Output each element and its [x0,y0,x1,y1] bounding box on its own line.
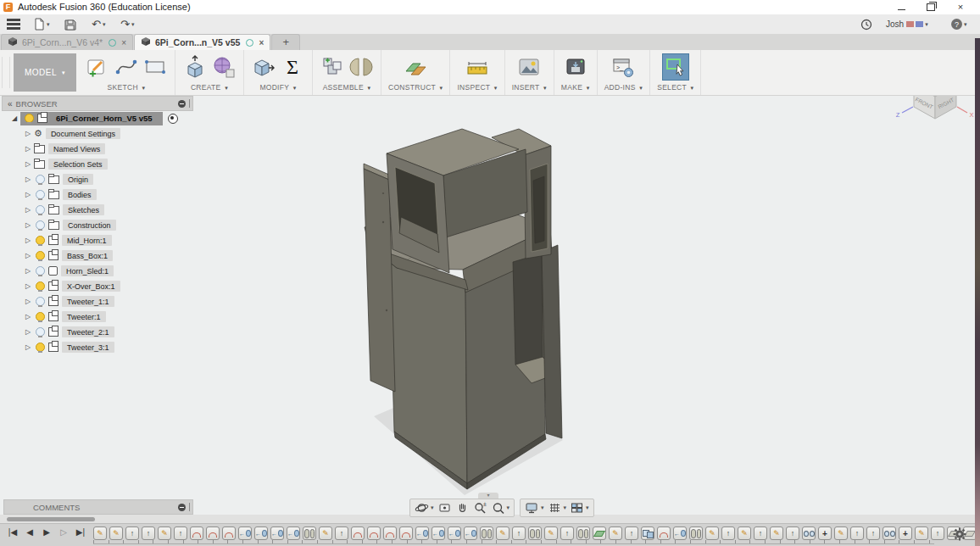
viewports-button[interactable]: ▾ [568,500,591,515]
timeline-feature-sketch[interactable]: ✎ [496,526,509,540]
expand-triangle-icon[interactable]: ▷ [22,160,34,168]
ribbon-group-label[interactable]: MODIFY ▾ [259,83,296,92]
browser-options-icon[interactable] [178,100,186,108]
tab-close-icon[interactable]: × [121,38,126,47]
timeline-feature-fillet[interactable] [351,526,365,540]
create-sketch-tool-button[interactable] [85,54,110,80]
visibility-bulb-icon[interactable] [36,205,45,214]
visibility-bulb-icon[interactable] [36,175,45,184]
timeline-feature-fillet[interactable] [222,526,236,540]
form-tool-button[interactable] [211,54,237,80]
plane-tool-button[interactable] [403,54,428,80]
browser-row-tweeter-2-1[interactable]: ▷Tweeter_2:1 [22,325,114,339]
timeline-feature-asbuilt-joint[interactable]: ← [254,526,268,540]
save-button[interactable] [64,17,76,31]
expand-triangle-icon[interactable]: ▷ [22,191,34,198]
browser-row-construction[interactable]: ▷Construction [22,218,116,232]
scripts-tool-button[interactable]: >_ [610,54,636,80]
timeline-feature-extrude[interactable]: ↑ [931,526,944,540]
expand-triangle-icon[interactable]: ▷ [22,221,34,229]
display-settings-button[interactable]: ▾ [523,500,546,515]
horizontal-scroll-handle[interactable] [7,517,95,521]
timeline-feature-asbuilt-joint[interactable]: ← [448,526,461,540]
timeline-feature-extrude[interactable]: ↑ [754,526,767,540]
timeline-feature-fillet[interactable] [206,526,220,540]
ribbon-group-label[interactable]: INSERT ▾ [512,83,547,92]
timeline-feature-extrude[interactable]: ↑ [786,526,799,540]
timeline-step-forward-button[interactable]: ▷ [56,527,71,537]
visibility-bulb-icon[interactable] [36,190,45,199]
file-menu-button[interactable]: ▾ [34,17,50,31]
timeline-play-button[interactable]: ▶ [39,527,54,537]
browser-row-horn-sled-1[interactable]: ▷Horn_Sled:1 [22,264,114,278]
browser-item-label[interactable]: Bass_Box:1 [62,250,113,261]
timeline-feature-combine[interactable] [641,526,654,540]
timeline-feature-copy[interactable] [802,526,816,540]
ribbon-group-label[interactable]: SELECT ▾ [657,83,693,92]
panel-resize-grip[interactable] [189,99,190,108]
expand-triangle-icon[interactable]: ▷ [22,252,34,259]
maximize-button[interactable] [918,0,944,14]
timeline-feature-joint[interactable] [576,526,590,540]
insert-image-tool-button[interactable] [516,54,542,80]
timeline-feature-extrude[interactable]: ↑ [560,526,574,540]
collapse-panel-icon[interactable]: « [8,99,11,109]
browser-item-label[interactable]: Bodies [63,189,97,200]
timeline-feature-extrude[interactable]: ↑ [512,526,526,540]
timeline-feature-move[interactable]: + [818,526,832,540]
timeline-feature-fillet[interactable] [383,526,397,540]
timeline-feature-sketch[interactable]: ✎ [738,526,751,540]
browser-row-tweeter-1[interactable]: ▷Tweeter:1 [22,309,106,324]
undo-button[interactable]: ↶▾ [92,17,105,31]
tab-close-icon[interactable]: × [259,38,264,47]
browser-row-named-views[interactable]: ▷Named Views [22,142,105,156]
expand-triangle-icon[interactable]: ▷ [22,130,34,137]
close-button[interactable]: × [948,0,973,14]
new-tab-button[interactable]: + [271,34,300,50]
browser-item-label[interactable]: Tweeter_3:1 [62,342,114,353]
extrude-tool-button[interactable] [182,54,208,80]
browser-item-label[interactable]: Document Settings [46,128,120,139]
timeline-feature-extrude[interactable]: ↑ [721,526,735,540]
orbit-button[interactable]: ▾ [413,500,436,515]
timeline-go-to-start-button[interactable]: |◀ [5,527,20,537]
expand-triangle-icon[interactable]: ▷ [22,176,34,183]
browser-row-x-over-box-1[interactable]: ▷X-Over_Box:1 [22,279,120,293]
ribbon-group-label[interactable]: CONSTRUCT ▾ [388,83,443,92]
look-at-button[interactable] [436,500,454,515]
timeline-feature-extrude[interactable]: ↑ [866,526,880,540]
visibility-bulb-icon[interactable] [36,220,45,230]
expand-triangle-icon[interactable]: ▷ [22,328,34,336]
timeline-feature-asbuilt-joint[interactable]: ← [238,526,252,540]
timeline-go-to-end-button[interactable]: ▶| [73,527,88,537]
browser-row-bass-box-1[interactable]: ▷Bass_Box:1 [22,248,113,263]
timeline-feature-asbuilt-joint[interactable]: ← [270,526,284,540]
timeline-feature-sketch[interactable]: ✎ [834,526,848,540]
timeline-feature-sketch[interactable]: ✎ [609,526,622,540]
browser-item-label[interactable]: X-Over_Box:1 [62,281,120,292]
visibility-bulb-icon[interactable] [36,327,45,337]
browser-item-label[interactable]: Horn_Sled:1 [61,265,114,276]
timeline-feature-extrude[interactable]: ↑ [142,526,155,540]
timeline-feature-sketch[interactable]: ✎ [705,526,719,540]
ribbon-group-label[interactable]: ADD-INS ▾ [604,83,643,92]
browser-row-sketches[interactable]: ▷Sketches [22,203,104,217]
activate-component-radio[interactable] [168,114,178,124]
browser-item-label[interactable]: Origin [63,174,93,185]
browser-row-origin[interactable]: ▷Origin [22,172,93,187]
timeline-feature-asbuilt-joint[interactable]: ← [415,526,429,540]
comments-resize-grip[interactable] [189,503,190,511]
timeline-feature-sketch[interactable]: ✎ [770,526,783,540]
browser-item-label[interactable]: Tweeter_2:1 [62,326,114,337]
timeline-feature-asbuilt-joint[interactable]: ← [432,526,445,540]
browser-item-label[interactable]: Mid_Horn:1 [62,235,112,246]
browser-item-label[interactable]: 6Pi_Corner_Horn_V5 v55 [51,113,158,125]
timeline-feature-joint[interactable] [528,526,542,540]
browser-item-label[interactable]: Named Views [48,143,105,154]
visibility-bulb-icon[interactable] [36,297,45,306]
expand-triangle-icon[interactable]: ▷ [22,298,34,305]
ribbon-drag-handle[interactable] [2,57,10,88]
timeline-feature-asbuilt-joint[interactable]: ← [287,526,300,540]
browser-item-label[interactable]: Selection Sets [48,159,108,170]
document-tab-2[interactable]: 6Pi_Corn...n_V5 v55× [134,34,270,50]
